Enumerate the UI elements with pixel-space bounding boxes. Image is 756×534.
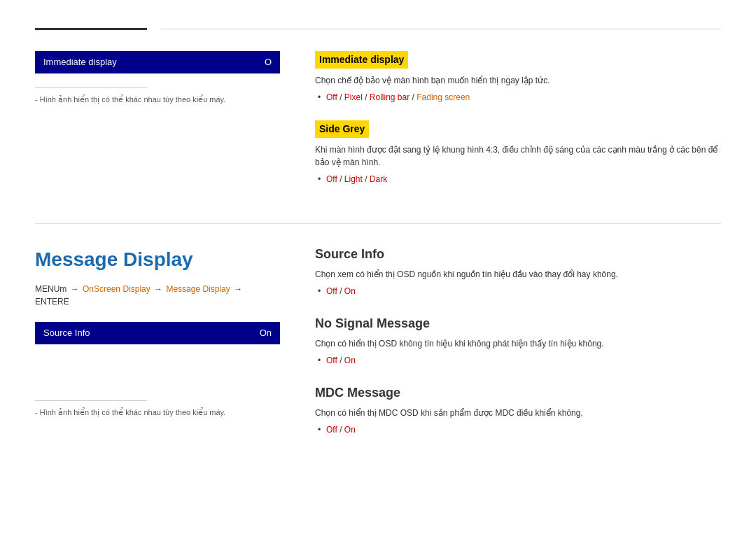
left-col-bottom: Message Display MENUm → OnScreen Display… [35, 245, 301, 453]
bc-arrow1: → [71, 284, 79, 294]
source-info-desc: Chọn xem có hiển thị OSD nguồn khi nguồn… [315, 268, 721, 281]
si-opt-on: On [344, 286, 356, 296]
note-bottom-left: - Hình ảnh hiển thị có thể khác nhau tùy… [35, 407, 280, 419]
no-signal-title: No Signal Message [315, 314, 721, 333]
option-row: Off / On [326, 423, 721, 436]
immediate-display-section: Immediate display Chọn chế độ bảo vệ màn… [315, 51, 721, 104]
option-row: Off / Light / Dark [326, 173, 721, 185]
opt-rolling: Rolling bar [370, 92, 410, 102]
top-rules [35, 28, 721, 30]
divider-top-left [35, 87, 147, 88]
divider-bottom-left [35, 400, 147, 401]
bc-entere: ENTERE [35, 297, 69, 307]
option-row: Off / Pixel / Rolling bar / Fading scree… [326, 91, 721, 104]
source-info-section: Source Info Chọn xem có hiển thị OSD ngu… [315, 245, 721, 297]
mdc-title: MDC Message [315, 384, 721, 402]
no-signal-section: No Signal Message Chọn có hiển thị OSD k… [315, 314, 721, 367]
ns-opt-off: Off [326, 356, 337, 365]
side-grey-options: Off / Light / Dark [315, 173, 721, 185]
menu-bar-value: O [265, 55, 272, 69]
side-grey-desc: Khi màn hình được đặt sang tỷ lệ khung h… [315, 143, 721, 169]
rule-left [35, 28, 147, 30]
mdc-opt-on: On [344, 425, 356, 435]
right-col-bottom: Source Info Chọn xem có hiển thị OSD ngu… [301, 245, 721, 453]
si-opt-off: Off [326, 286, 337, 296]
option-row: Off / On [326, 354, 721, 367]
source-info-menu-bar[interactable]: Source Info On [35, 322, 280, 344]
option-row: Off / On [326, 285, 721, 297]
immediate-display-desc: Chọn chế độ bảo vệ màn hình bạn muốn hiể… [315, 74, 721, 87]
bottom-half: Message Display MENUm → OnScreen Display… [35, 245, 721, 453]
ns-opt-on: On [344, 356, 356, 365]
immediate-display-options: Off / Pixel / Rolling bar / Fading scree… [315, 91, 721, 104]
immediate-display-menu-bar[interactable]: Immediate display O [35, 51, 280, 73]
opt-off: Off [326, 92, 337, 102]
bc-menu: MENUm [35, 284, 66, 294]
opt-fading: Fading screen [416, 92, 470, 102]
bc-arrow3: → [234, 284, 242, 294]
bc-onscreen: OnScreen Display [83, 284, 150, 294]
sg-opt-dark: Dark [370, 174, 387, 184]
side-grey-title: Side Grey [315, 120, 369, 138]
mdc-desc: Chọn có hiển thị MDC OSD khi sản phẩm đư… [315, 407, 721, 419]
no-signal-desc: Chọn có hiển thị OSD không tín hiệu khi … [315, 337, 721, 350]
page: Immediate display O - Hình ảnh hiển thị … [0, 0, 756, 534]
mdc-section: MDC Message Chọn có hiển thị MDC OSD khi… [315, 384, 721, 436]
note-dash2: - [35, 408, 40, 416]
breadcrumb: MENUm → OnScreen Display → Message Displ… [35, 283, 280, 308]
left-col-top: Immediate display O - Hình ảnh hiển thị … [35, 51, 301, 202]
menu-bar-label: Immediate display [43, 55, 117, 69]
sg-opt-off: Off [326, 174, 337, 184]
page-title: Message Display [35, 245, 280, 274]
source-info-options: Off / On [315, 285, 721, 297]
bc-message: Message Display [166, 284, 230, 294]
note-top-left: - Hình ảnh hiển thị có thể khác nhau tùy… [35, 94, 280, 106]
opt-pixel: Pixel [344, 92, 363, 102]
right-col-top: Immediate display Chọn chế độ bảo vệ màn… [301, 51, 721, 202]
note-dash: - [35, 95, 40, 104]
bc-arrow2: → [154, 284, 162, 294]
side-grey-section: Side Grey Khi màn hình được đặt sang tỷ … [315, 120, 721, 185]
rule-right [161, 29, 721, 29]
mdc-options: Off / On [315, 423, 721, 436]
source-info-menu-label: Source Info [43, 326, 90, 340]
mdc-opt-off: Off [326, 425, 337, 435]
no-signal-options: Off / On [315, 354, 721, 367]
top-half: Immediate display O - Hình ảnh hiển thị … [35, 51, 721, 224]
immediate-display-title: Immediate display [315, 51, 408, 69]
source-info-title: Source Info [315, 245, 721, 264]
source-info-menu-value: On [260, 326, 272, 340]
sg-opt-light: Light [344, 174, 363, 184]
